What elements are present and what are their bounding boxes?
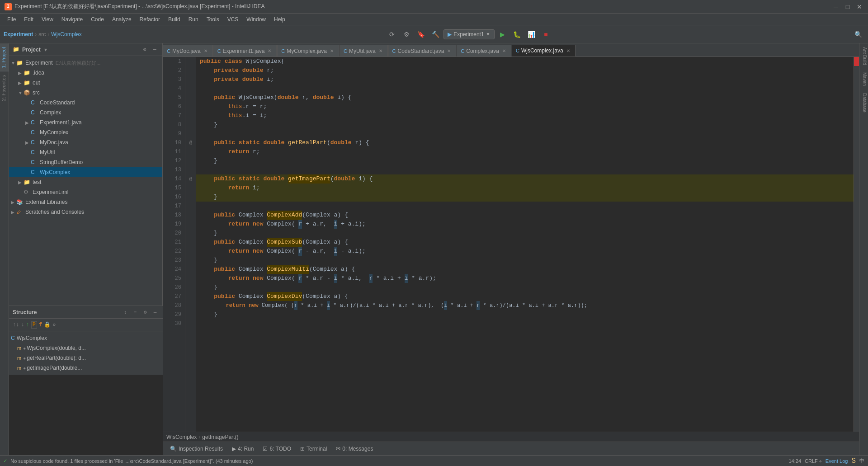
- menu-analyze[interactable]: Analyze: [108, 15, 135, 24]
- code-line-19: return new Complex( r + a.r, i + a.i);: [196, 220, 854, 229]
- structure-header: Structure ↕ ≡ ⚙ —: [9, 306, 163, 319]
- gear-icon[interactable]: ⚙: [141, 46, 149, 54]
- menu-run[interactable]: Run: [185, 15, 202, 24]
- tree-wjscomplex[interactable]: ▶ C WjsComplex: [9, 167, 162, 177]
- tree-complex[interactable]: ▶ C Complex: [9, 108, 162, 118]
- tab-mycomplex[interactable]: C MyComplex.java ✕: [277, 45, 339, 56]
- bookmark-button[interactable]: 🔖: [415, 28, 427, 41]
- tree-codestandard[interactable]: ▶ C CodeStandard: [9, 98, 162, 108]
- menu-build[interactable]: Build: [165, 15, 184, 24]
- tree-arrow: ▶: [18, 180, 24, 185]
- menu-file[interactable]: File: [4, 15, 19, 24]
- menu-refactor[interactable]: Refactor: [136, 15, 164, 24]
- expand-all-icon[interactable]: ↑: [26, 322, 29, 328]
- build-button[interactable]: 🔨: [429, 28, 442, 41]
- tree-src[interactable]: ▼ 📦 src: [9, 88, 162, 98]
- event-log[interactable]: Event Log: [826, 458, 848, 464]
- tab-close-icon[interactable]: ✕: [446, 48, 452, 54]
- tab-inspection[interactable]: 🔍 Inspection Results: [166, 444, 226, 454]
- menu-edit[interactable]: Edit: [20, 15, 37, 24]
- structure-method-constructor[interactable]: m ● WjsComplex(double, d...: [9, 343, 163, 353]
- menu-tools[interactable]: Tools: [203, 15, 223, 24]
- structure-method-getimagepart[interactable]: m ● getImagePart(double...: [9, 363, 163, 373]
- menu-vcs[interactable]: VCS: [224, 15, 242, 24]
- more-icon[interactable]: »: [52, 322, 56, 328]
- tab-close-icon[interactable]: ✕: [329, 48, 335, 54]
- sort-alpha-icon[interactable]: ↕: [121, 308, 129, 316]
- terminal-icon: ⊞: [300, 446, 305, 452]
- lock-icon[interactable]: 🔒: [44, 321, 51, 328]
- status-check-icon: ✓: [4, 457, 7, 464]
- tree-mycomplex[interactable]: ▶ C MyComplex: [9, 127, 162, 137]
- tab-todo[interactable]: ☑ 6: TODO: [259, 444, 295, 454]
- run-button[interactable]: ▶: [496, 28, 509, 41]
- tree-root[interactable]: ▼ 📁 Experiment E:\认真的侯颖好好...: [9, 58, 162, 68]
- tab-close-icon[interactable]: ✕: [501, 48, 507, 54]
- debug-button[interactable]: 🐛: [511, 28, 524, 41]
- java-icon: C: [31, 109, 38, 116]
- access-icon: ●: [23, 356, 26, 361]
- tab-close-icon[interactable]: ✕: [377, 48, 384, 54]
- tree-mydoc[interactable]: ▶ C MyDoc.java: [9, 137, 162, 147]
- vtab-favorites[interactable]: 2: Favorites: [0, 71, 9, 104]
- tab-run[interactable]: ▶ 4: Run: [228, 444, 257, 454]
- tab-mydoc[interactable]: C MyDoc.java ✕: [163, 45, 213, 56]
- code-line-10: public static double getRealPart(double …: [196, 138, 854, 147]
- gear-icon[interactable]: ⚙: [141, 308, 149, 316]
- settings-button[interactable]: ⚙: [400, 28, 413, 41]
- tree-external-libraries[interactable]: ▶ 📚 External Libraries: [9, 197, 162, 207]
- structure-method-getrealpart[interactable]: m ● getRealPart(double): d...: [9, 353, 163, 363]
- folder-icon: 📦: [24, 89, 31, 96]
- minimize-button[interactable]: ─: [832, 3, 840, 11]
- menu-help[interactable]: Help: [270, 15, 289, 24]
- tab-complex[interactable]: C Complex.java ✕: [457, 45, 511, 56]
- maximize-button[interactable]: □: [844, 3, 852, 11]
- java-icon: C: [31, 159, 38, 165]
- code-content[interactable]: public class WjsComplex{ private double …: [196, 57, 854, 432]
- tree-experiment-iml[interactable]: ▶ ⚙ Experiment.iml: [9, 187, 162, 197]
- close-button[interactable]: ✕: [855, 3, 863, 11]
- tab-close-icon[interactable]: ✕: [203, 48, 209, 54]
- tab-codestandard[interactable]: C CodeStandard.java ✕: [388, 45, 457, 56]
- tree-experiment1[interactable]: ▶ C Experiment1.java: [9, 118, 162, 127]
- structure-class[interactable]: C WjsComplex: [9, 333, 163, 343]
- toolbar-project: Experiment: [4, 31, 33, 38]
- sort-type-icon[interactable]: ≡: [131, 308, 139, 316]
- coverage-button[interactable]: 📊: [525, 28, 538, 41]
- vtab-project[interactable]: 1: Project: [0, 43, 9, 71]
- tree-stringbufferdemo[interactable]: ▶ C StringBufferDemo: [9, 157, 162, 167]
- maven-tab[interactable]: Maven: [859, 69, 868, 89]
- minimize-icon[interactable]: —: [151, 308, 159, 316]
- f-icon[interactable]: f: [39, 322, 42, 328]
- menu-window[interactable]: Window: [243, 15, 269, 24]
- tab-close-icon[interactable]: ✕: [266, 48, 273, 54]
- database-tab[interactable]: Database: [859, 89, 868, 116]
- tree-test[interactable]: ▶ 📁 test: [9, 177, 162, 187]
- tab-messages[interactable]: ✉ 0: Messages: [332, 444, 377, 454]
- menu-view[interactable]: View: [38, 15, 57, 24]
- menu-navigate[interactable]: Navigate: [58, 15, 86, 24]
- project-panel-subtitle: ▾: [44, 47, 47, 53]
- code-area[interactable]: 1 2 3 4 5 6 7 8 9 10 11 12 13 14 15 16 1: [163, 57, 859, 432]
- vertical-scrollbar[interactable]: [854, 57, 859, 432]
- gutter-22: [185, 247, 196, 256]
- collapse-icon[interactable]: —: [151, 46, 159, 54]
- ant-build-tab[interactable]: Ant Build: [859, 43, 868, 69]
- sort-by-icon[interactable]: ↑↓: [13, 322, 19, 328]
- tab-myutil[interactable]: C MyUtil.java ✕: [340, 45, 388, 56]
- tree-scratches[interactable]: ▶ 🖊 Scratches and Consoles: [9, 207, 162, 217]
- menu-code[interactable]: Code: [87, 15, 108, 24]
- tree-myutil[interactable]: ▶ C MyUtil: [9, 147, 162, 157]
- tree-idea[interactable]: ▶ 📁 .idea: [9, 68, 162, 78]
- sort-asc-icon[interactable]: ↓: [21, 322, 24, 328]
- sync-button[interactable]: ⟳: [386, 28, 398, 41]
- search-everywhere-button[interactable]: 🔍: [852, 28, 864, 41]
- tab-experiment1[interactable]: C Experiment1.java ✕: [213, 45, 277, 56]
- tab-terminal[interactable]: ⊞ Terminal: [297, 444, 330, 454]
- tab-wjscomplex[interactable]: C WjsComplex.java ✕: [512, 45, 576, 56]
- stop-button[interactable]: ■: [540, 28, 552, 41]
- p-icon[interactable]: P: [31, 321, 37, 329]
- line-num-7: 7: [165, 111, 181, 120]
- tree-out[interactable]: ▶ 📁 out: [9, 78, 162, 88]
- tab-close-icon[interactable]: ✕: [565, 47, 571, 54]
